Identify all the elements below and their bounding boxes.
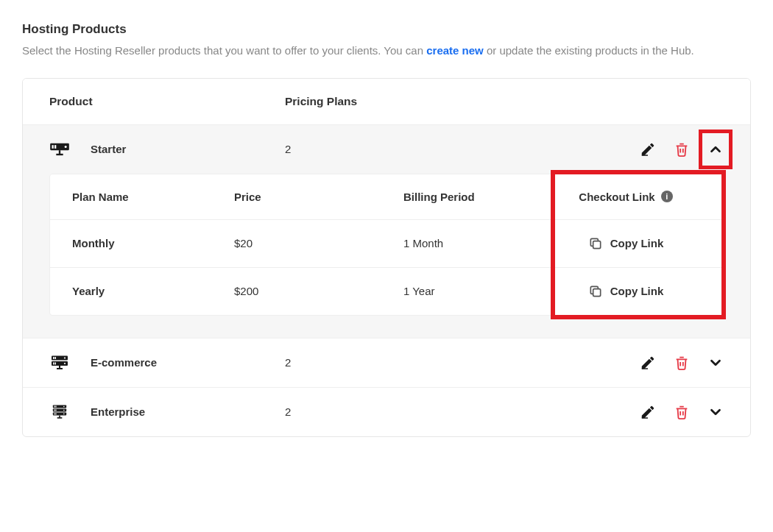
- plan-price: $20: [234, 237, 403, 249]
- products-table-header: Product Pricing Plans: [23, 79, 750, 125]
- plan-row: Yearly $200 1 Year Copy Link: [50, 268, 723, 315]
- product-actions: [640, 355, 724, 371]
- plan-period: 1 Month: [403, 237, 551, 249]
- product-actions: [640, 141, 724, 157]
- plans-header-link-label: Checkout Link: [579, 191, 654, 203]
- server-stack-icon: [49, 355, 70, 370]
- plans-card: Plan Name Price Billing Period Checkout …: [49, 174, 724, 316]
- desc-text-pre: Select the Hosting Reseller products tha…: [22, 44, 426, 57]
- create-new-link[interactable]: create new: [426, 44, 484, 57]
- svg-point-12: [64, 357, 66, 358]
- plans-header-link: Checkout Link i: [551, 191, 701, 203]
- svg-rect-8: [593, 288, 600, 296]
- products-panel: Product Pricing Plans Starter 2: [22, 78, 751, 437]
- svg-rect-34: [642, 417, 648, 418]
- product-name: E-commerce: [91, 356, 285, 369]
- plan-row: Monthly $20 1 Month Copy Link: [50, 220, 723, 268]
- product-name: Enterprise: [91, 405, 285, 418]
- product-actions: [640, 404, 724, 420]
- svg-rect-18: [57, 368, 63, 369]
- svg-rect-26: [55, 409, 56, 411]
- plan-name: Monthly: [72, 237, 234, 249]
- delete-button[interactable]: [674, 404, 690, 420]
- svg-point-23: [63, 405, 65, 407]
- svg-rect-19: [642, 368, 648, 369]
- plans-header-row: Plan Name Price Billing Period Checkout …: [50, 174, 723, 220]
- header-pricing-plans: Pricing Plans: [285, 95, 724, 108]
- copy-icon: [588, 284, 603, 299]
- svg-rect-22: [55, 405, 56, 407]
- svg-rect-10: [53, 357, 54, 359]
- product-plans-count: 2: [285, 405, 640, 418]
- copy-icon: [588, 236, 603, 251]
- svg-rect-30: [55, 413, 56, 414]
- product-plans-count: 2: [285, 143, 640, 155]
- plan-price: $200: [234, 285, 403, 297]
- edit-button[interactable]: [640, 404, 656, 420]
- svg-rect-5: [56, 153, 63, 155]
- svg-rect-1: [52, 145, 54, 149]
- delete-button[interactable]: [674, 355, 690, 371]
- copy-link-button[interactable]: Copy Link: [551, 284, 701, 299]
- svg-rect-6: [642, 155, 648, 155]
- server-icon: [49, 142, 70, 157]
- svg-rect-29: [54, 413, 55, 414]
- copy-link-button[interactable]: Copy Link: [551, 236, 701, 251]
- info-icon[interactable]: i: [661, 191, 673, 202]
- chevron-down-icon: [707, 355, 724, 371]
- plans-header-price: Price: [234, 191, 403, 203]
- svg-rect-11: [54, 357, 56, 359]
- copy-link-label: Copy Link: [610, 237, 664, 249]
- svg-rect-33: [57, 417, 63, 419]
- delete-button[interactable]: [674, 141, 690, 157]
- desc-text-post: or update the existing products in the H…: [484, 44, 694, 57]
- svg-rect-7: [593, 241, 600, 248]
- svg-point-27: [63, 409, 65, 411]
- edit-button[interactable]: [640, 141, 656, 157]
- svg-point-3: [65, 145, 67, 147]
- edit-button[interactable]: [640, 355, 656, 371]
- svg-point-16: [64, 362, 66, 363]
- svg-rect-25: [54, 409, 55, 411]
- plans-container: Plan Name Price Billing Period Checkout …: [23, 174, 750, 338]
- chevron-down-icon: [707, 404, 724, 420]
- expand-button[interactable]: [707, 404, 724, 420]
- chevron-up-icon: [707, 141, 724, 157]
- product-row-ecommerce[interactable]: E-commerce 2: [23, 338, 750, 388]
- product-row-enterprise[interactable]: Enterprise 2: [23, 388, 750, 436]
- section-description: Select the Hosting Reseller products tha…: [22, 41, 751, 60]
- svg-rect-15: [54, 362, 56, 364]
- plan-name: Yearly: [72, 285, 234, 297]
- svg-rect-14: [53, 362, 54, 364]
- product-row-starter[interactable]: Starter 2: [23, 125, 750, 174]
- expand-button[interactable]: [707, 355, 724, 371]
- copy-link-label: Copy Link: [610, 285, 664, 297]
- server-multi-icon: [49, 405, 70, 419]
- plan-period: 1 Year: [403, 285, 551, 297]
- section-title: Hosting Products: [22, 22, 751, 37]
- collapse-button[interactable]: [707, 141, 724, 157]
- plans-header-period: Billing Period: [403, 191, 551, 203]
- product-name: Starter: [91, 143, 285, 155]
- svg-rect-2: [54, 145, 56, 149]
- svg-rect-21: [54, 405, 55, 407]
- svg-point-31: [63, 413, 65, 414]
- header-product: Product: [49, 95, 285, 108]
- plans-header-name: Plan Name: [72, 191, 234, 203]
- product-plans-count: 2: [285, 356, 640, 369]
